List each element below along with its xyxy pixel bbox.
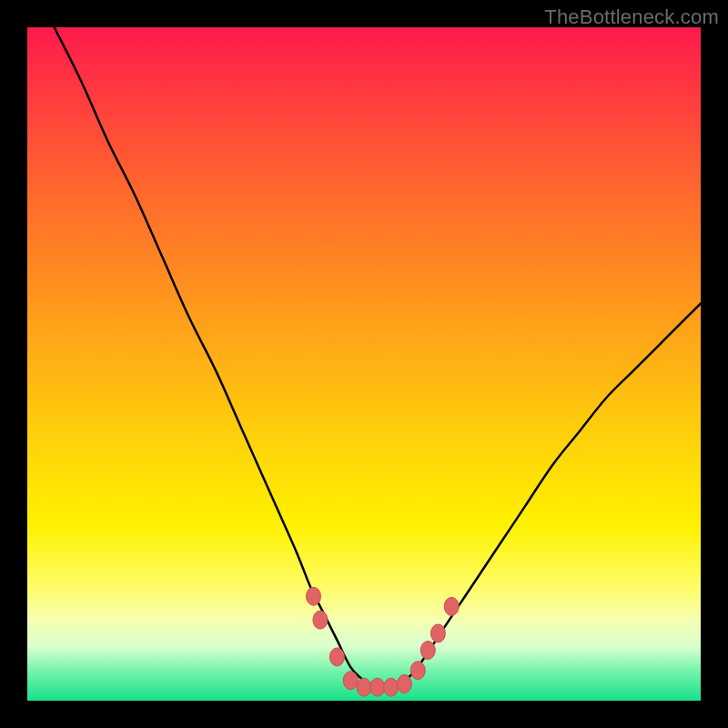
curve-marker — [384, 678, 399, 696]
chart-frame: TheBottleneck.com — [0, 0, 728, 728]
curve-svg — [27, 27, 701, 701]
curve-marker — [410, 662, 425, 680]
curve-marker — [329, 648, 344, 666]
curve-markers — [307, 587, 460, 696]
watermark-text: TheBottleneck.com — [544, 5, 719, 29]
curve-marker — [397, 675, 411, 693]
curve-marker — [357, 678, 371, 696]
curve-marker — [430, 624, 445, 642]
curve-marker — [313, 611, 328, 629]
curve-marker — [307, 587, 321, 605]
curve-marker — [420, 642, 435, 660]
curve-marker — [343, 672, 358, 690]
curve-marker — [370, 678, 385, 696]
bottleneck-curve — [55, 27, 701, 688]
curve-marker — [444, 597, 459, 615]
plot-area — [27, 27, 701, 701]
